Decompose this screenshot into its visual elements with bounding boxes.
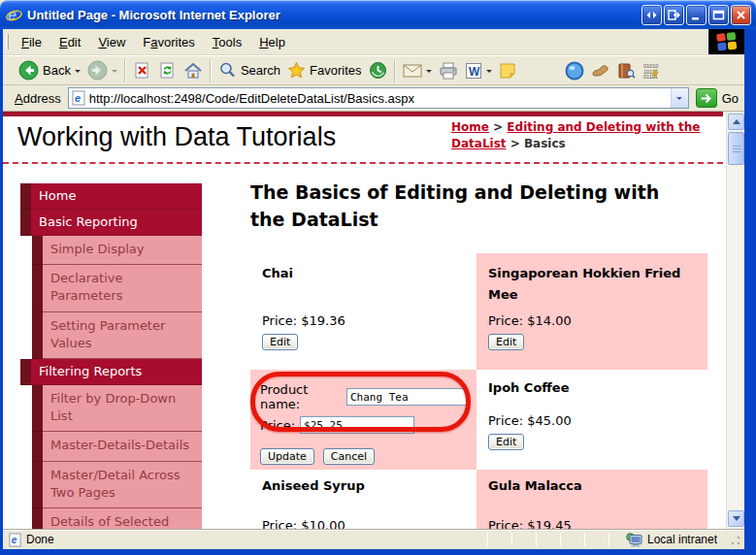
popout-button[interactable] [664, 5, 684, 25]
messenger-icon [591, 63, 610, 79]
svg-text:e: e [12, 535, 17, 545]
scrollbar-thumb[interactable] [728, 132, 744, 165]
price-input[interactable] [300, 416, 414, 434]
scrollbar-up-button[interactable] [728, 114, 744, 130]
back-button[interactable]: Back [16, 58, 83, 82]
product-name: Chai [262, 263, 465, 283]
msn-button[interactable] [562, 59, 587, 82]
product-price: Price: $10.00 [262, 518, 465, 529]
sidebar-item-details-of-selected[interactable]: Details of Selected [20, 508, 202, 529]
page-title: The Basics of Editing and Deleting with … [250, 180, 668, 233]
menu-tools[interactable]: Tools [204, 31, 250, 53]
print-icon [439, 62, 458, 80]
sidebar-item-simple-display[interactable]: Simple Display [20, 236, 202, 265]
sidebar-item-setting-parameter-values[interactable]: Setting Parameter Values [20, 312, 202, 359]
product-cell-ipoh: Ipoh Coffee Price: $45.00 Edit [477, 370, 707, 470]
scrollbar-down-button[interactable] [728, 510, 744, 527]
product-price: Price: $19.36 [262, 313, 465, 328]
menu-edit[interactable]: Edit [50, 31, 89, 53]
title-bar: e Untitled Page - Microsoft Internet Exp… [0, 0, 756, 29]
toolbar-separator [394, 59, 396, 82]
menu-help[interactable]: Help [250, 31, 294, 53]
word-dropdown-caret [486, 70, 492, 76]
refresh-icon [158, 61, 177, 80]
breadcrumb-current: Basics [524, 137, 566, 150]
sidebar-item-filtering-reports[interactable]: Filtering Reports [20, 359, 202, 385]
forward-dropdown-caret [112, 70, 117, 76]
go-button[interactable]: Go [696, 88, 740, 108]
status-bar: e Done Local intranet [3, 529, 744, 549]
menubar-grip[interactable] [6, 34, 9, 49]
close-icon [736, 10, 746, 20]
product-price: Price: $45.00 [488, 413, 696, 428]
back-label: Back [43, 63, 71, 78]
standard-toolbar: Back [3, 55, 744, 85]
maximize-icon [712, 10, 725, 20]
close-button[interactable] [731, 5, 751, 25]
breadcrumb-home-link[interactable]: Home [451, 120, 489, 134]
notes-button[interactable] [496, 60, 519, 82]
cancel-button[interactable]: Cancel [323, 448, 375, 465]
edit-form-cell: Product name: Price: Update Cancel [250, 370, 477, 470]
browser-window: e Untitled Page - Microsoft Internet Exp… [0, 0, 756, 555]
edit-button-singaporean[interactable]: Edit [488, 334, 524, 350]
address-dropdown-button[interactable] [671, 88, 688, 108]
refresh-button[interactable] [155, 59, 180, 82]
menu-favorites[interactable]: Favorites [134, 31, 203, 53]
minimize-button[interactable] [686, 5, 707, 25]
research-button[interactable] [614, 60, 639, 82]
mail-icon [403, 63, 422, 79]
go-arrow-icon [700, 93, 712, 104]
messenger-button[interactable] [588, 61, 613, 81]
zone-label: Local intranet [647, 533, 717, 546]
menu-bar: File Edit View Favorites Tools Help [3, 29, 744, 55]
product-cell-aniseed: Aniseed Syrup Price: $10.00 [250, 470, 477, 529]
msn-icon [565, 61, 584, 81]
product-cell-singaporean: Singaporean Hokkien Fried Mee Price: $14… [477, 253, 707, 370]
history-button[interactable] [366, 59, 390, 82]
binary-icon: 01010 10110 01101 [642, 62, 661, 80]
sidebar-item-filter-by-dropdown-list[interactable]: Filter by Drop-Down List [20, 385, 202, 432]
menu-file[interactable]: File [13, 31, 50, 53]
window-frame: File Edit View Favorites Tools Help [0, 29, 756, 555]
sidebar-item-basic-reporting[interactable]: Basic Reporting [20, 210, 202, 236]
edit-button-ipoh[interactable]: Edit [488, 434, 524, 450]
ie-logo-icon: e [6, 7, 22, 23]
print-button[interactable] [436, 60, 461, 82]
sidebar-item-master-details-details[interactable]: Master-Details-Details [20, 432, 202, 461]
sidebar-item-declarative-parameters[interactable]: Declarative Parameters [20, 265, 202, 311]
address-label: Address [7, 91, 61, 106]
window-title: Untitled Page - Microsoft Internet Explo… [27, 8, 637, 22]
mail-button[interactable] [400, 61, 435, 81]
home-button[interactable] [181, 59, 206, 82]
product-datalist: Chai Price: $19.36 Edit Singaporean Hokk… [250, 253, 719, 529]
address-input[interactable]: e http://localhost:2498/Code/EditDeleteD… [68, 87, 689, 109]
breadcrumb-separator: > [489, 120, 507, 134]
resize-grip[interactable] [729, 535, 741, 547]
research-book-icon [617, 62, 636, 80]
sidebar-item-master-detail-two-pages[interactable]: Master/Detail Across Two Pages [20, 462, 202, 508]
product-name: Singaporean Hokkien Fried Mee [488, 263, 696, 305]
product-name-input[interactable] [346, 388, 467, 406]
status-message: Done [26, 533, 54, 546]
forward-button[interactable] [84, 58, 120, 82]
stop-button[interactable] [130, 59, 154, 82]
vertical-scrollbar[interactable] [726, 112, 744, 529]
svg-text:e: e [75, 92, 81, 104]
svg-text:e: e [8, 7, 16, 23]
toolbar-separator [124, 59, 126, 82]
site-title: Working with Data Tutorials [17, 122, 336, 152]
resize-arrows-button[interactable] [641, 5, 662, 25]
product-price: Price: $14.00 [488, 313, 696, 328]
search-button[interactable]: Search [215, 59, 283, 82]
maximize-button[interactable] [708, 5, 729, 25]
edit-with-word-button[interactable]: W [462, 60, 495, 82]
favorites-button[interactable]: Favorites [284, 59, 364, 82]
binary-tool-button[interactable]: 01010 10110 01101 [640, 60, 664, 82]
price-label: Price: [260, 418, 295, 433]
menu-view[interactable]: View [89, 31, 134, 53]
sidebar-item-home[interactable]: Home [20, 183, 202, 210]
update-button[interactable]: Update [260, 448, 314, 465]
edit-button-chai[interactable]: Edit [262, 334, 298, 350]
page-viewport: Working with Data Tutorials Home > Editi… [3, 112, 744, 529]
